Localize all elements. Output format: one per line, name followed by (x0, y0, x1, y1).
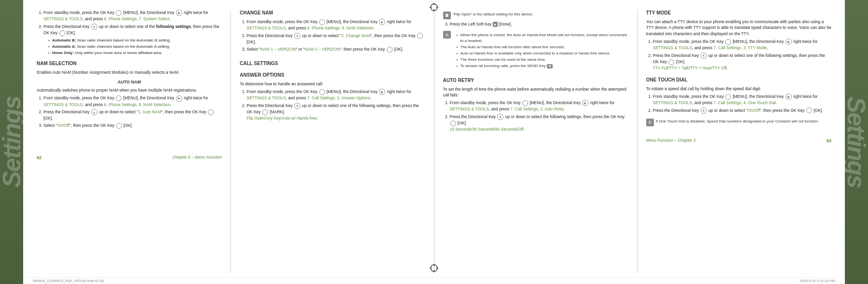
nav12: ▲ (701, 53, 707, 59)
nav10: ▲ (497, 114, 503, 120)
on-off-label: On/Off (57, 123, 69, 128)
nav-icon2: ▲ (91, 24, 97, 30)
link6: 7. Call Settings, 1. Answer Options (307, 95, 370, 100)
auto-retry-desc: To set the length of time the phone wait… (443, 86, 628, 98)
page-num-left: 82 (37, 155, 41, 161)
bullet-home-only: Home Only: Only within your home area or… (48, 50, 222, 55)
left-sidebar: Settings (0, 0, 23, 284)
one-touch-desc: To initiate a speed dial call by holding… (646, 86, 831, 92)
change-nam-steps: From standby mode, press the OK Key [MEN… (240, 19, 425, 53)
tty-mode-desc: You can attach a TTY device to your phon… (646, 19, 831, 37)
main-content: From standby mode, press the OK Key [MEN… (23, 0, 845, 284)
one-touch-steps: From standby mode, press the OK Key [MEN… (646, 94, 831, 114)
one-touch-step1: From standby mode, press the OK Key [MEN… (653, 94, 831, 106)
link-auto-nam: 1. Auto NAM (138, 109, 162, 114)
page-wrapper: Settings From standby mode, p (0, 0, 868, 284)
nav7: ▶ (379, 89, 385, 95)
col1-intro-list: From standby mode, press the OK Key [MEN… (37, 10, 222, 55)
link-phone2: 6. Phone Settings, 8. NAM Selection (104, 102, 171, 107)
answer-step2: Press the Directional Key ▲ up or down t… (246, 103, 425, 121)
page-num-right: 83 (827, 138, 831, 144)
call-settings-heading: CALL SETTINGS (240, 60, 425, 67)
ok-key-icon (116, 10, 122, 16)
nav9: ▶ (582, 100, 588, 106)
nav4: ▲ (91, 109, 97, 115)
link12: 7. Call Settings, 4. One Touch Dial (714, 100, 776, 105)
tty-step1: From standby mode, press the OK Key [MEN… (653, 39, 831, 51)
one-touch-note: ⚠ If One Touch Dial is disabled, Speed D… (646, 119, 819, 126)
nam1-label: NAM 1 – VERIZON (260, 47, 296, 52)
nav5: ▶ (379, 19, 385, 25)
nav13: ▶ (786, 94, 792, 100)
nav-icon: ▶ (176, 10, 182, 16)
col3: 📋 "Flip Open" is the default setting for… (434, 10, 637, 272)
link-settings2: SETTINGS & TOOLS (43, 102, 82, 107)
col3-note-text: When the phone is closed, the Auto w/ Ha… (453, 31, 628, 70)
col4-page-footer: Menu Function – Chapter 5 83 (646, 138, 831, 144)
bullet-automatic-b: Automatic B: Scan radio channels based o… (48, 38, 222, 43)
left-sidebar-watermark: Settings (0, 96, 23, 188)
ok16 (806, 108, 812, 113)
tty-mode-heading: TTY MODE (646, 10, 831, 16)
ok7 (417, 33, 423, 39)
nam-selection-heading: NAM SELECTION (37, 60, 222, 67)
auto-retry-heading: AUTO RETRY (443, 77, 628, 84)
nav6: ▲ (294, 33, 300, 39)
col3-step3: Press the Left Soft Key ■ [Done]. (450, 21, 628, 27)
link3: SETTINGS & TOOLS (246, 26, 285, 30)
col3-steps: Press the Left Soft Key ■ [Done]. (443, 21, 628, 27)
col1-footer: 82 Chapter 5 – Menu Function (37, 131, 222, 161)
auto-nam-step1: From standby mode, press the OK Key [MEN… (43, 95, 222, 108)
ok-key4 (208, 109, 214, 115)
nam2-label: NAM 2 – VERIZON (305, 47, 340, 52)
chapter-label-left: Chapter 5 – Menu Function (172, 155, 222, 161)
answer-options-desc: To determine how to handle an answered c… (240, 81, 425, 87)
chapter-label-right: Menu Function – Chapter 5 (646, 138, 696, 144)
answer-step1: From standby mode, press the OK Key [MEN… (246, 89, 425, 101)
auto-nam-desc: Automatically switches phone to proper N… (37, 87, 222, 93)
auto-nam-heading: AUTO NAM (37, 79, 222, 85)
ok14 (668, 59, 674, 65)
answer-options-heading: ANSWER OPTIONS (240, 72, 425, 79)
link-change-nam: 2. Change NAM (341, 33, 370, 38)
link8: 7. Call Settings, 2. Auto Retry (510, 107, 563, 111)
col1-step2: Press the Directional Key ▲ up or down t… (43, 24, 222, 56)
col1: From standby mode, press the OK Key [MEN… (28, 10, 231, 272)
link5: SETTINGS & TOOLS (246, 95, 285, 100)
tty-options: TTY Full/TTY + Talk/TTY + Hear/TTY Off (653, 66, 727, 70)
ok8 (387, 47, 393, 53)
ok12 (450, 121, 456, 126)
col4: TTY MODE You can attach a TTY device to … (637, 10, 840, 272)
on-off2: On/Off (747, 108, 760, 113)
one-touch-dial-heading: ONE TOUCH DIAL (646, 77, 831, 83)
ok9 (319, 89, 325, 95)
col1-step1: From standby mode, press the OK Key [MEN… (43, 10, 222, 22)
col3-note-block: ⚠ When the phone is closed, the Auto w/ … (443, 31, 628, 70)
note-symbol2: ⚠ (443, 31, 451, 39)
right-sidebar: Settings (845, 0, 868, 284)
auto-retry-steps: From standby mode, press the OK Key [MEN… (443, 100, 628, 132)
change-nam-step1: From standby mode, press the OK Key [MEN… (246, 19, 425, 31)
phone-settings-link1: 6. Phone Settings, 7. System Select (104, 16, 170, 21)
link4: 6. Phone Settings, 8. NAM Selection (307, 26, 374, 30)
nav14: ▲ (701, 108, 707, 114)
ok15 (725, 94, 731, 100)
one-touch-note-text: If One Touch Dial is disabled, Speed Dia… (656, 119, 819, 124)
answer-options-steps: From standby mode, press the OK Key [MEN… (240, 89, 425, 121)
auto-retry-step2: Press the Directional Key ▲ up or down t… (450, 114, 628, 132)
ok-key5 (116, 123, 122, 129)
flip-open-note-text: "Flip Open" is the default setting for t… (453, 12, 534, 17)
change-nam-heading: CHANGE NAM (240, 10, 425, 16)
col2: CHANGE NAM From standby mode, press the … (231, 10, 434, 272)
link11: SETTINGS & TOOLS (653, 100, 692, 105)
link7: SETTINGS & TOOLS (450, 107, 489, 111)
note-bullet4: The three functions can be used at the s… (457, 57, 628, 62)
nav11: ▶ (786, 39, 792, 45)
tty-step2: Press the Directional Key ▲ up or down t… (653, 53, 831, 71)
settings-tools-link1: SETTINGS & TOOLS (43, 16, 82, 21)
content-area: From standby mode, press the OK Key [MEN… (23, 0, 845, 277)
auto-nam-step3: Select "On/Off", then press the OK Key [… (43, 122, 222, 129)
file-info-bar: 080803_CDM8975_RAP_REV00.indd 82-83 2008… (23, 277, 845, 284)
change-nam-step2: Press the Directional Key ▲ up or down t… (246, 33, 425, 45)
note-symbol1: 📋 (443, 12, 451, 19)
